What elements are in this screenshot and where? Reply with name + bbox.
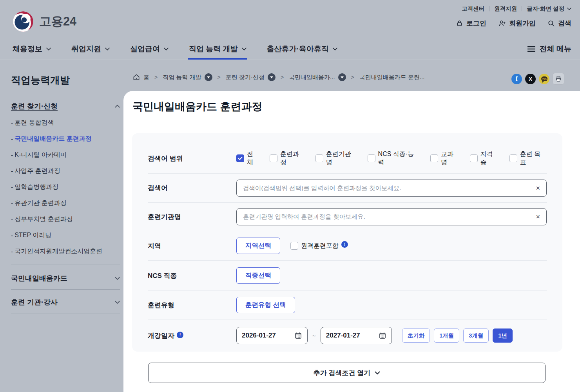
sidebar-section-training-search[interactable]: 훈련 찾기·신청 xyxy=(11,102,120,111)
checkbox-ncs[interactable]: NCS 직종·능력 xyxy=(368,150,420,167)
all-menu-button[interactable]: 전체 메뉴 xyxy=(527,38,571,60)
breadcrumb-dropdown-icon[interactable] xyxy=(338,73,346,81)
customer-center-link[interactable]: 고객센터 xyxy=(462,5,484,13)
sidebar-item-label: K-디지털 아카데미 xyxy=(14,151,66,159)
institution-input-wrap: × xyxy=(236,208,547,225)
date-reset-button[interactable]: 초기화 xyxy=(402,328,430,343)
login-label: 로그인 xyxy=(466,19,486,28)
date-to-input[interactable]: 2027-01-27 xyxy=(321,327,392,344)
breadcrumb-dropdown-icon[interactable] xyxy=(205,73,212,81)
kakaotalk-share-icon[interactable]: TALK xyxy=(539,74,549,84)
login-button[interactable]: 로그인 xyxy=(456,19,486,28)
sidebar-item-tomorrow-card-courses[interactable]: -국민내일배움카드 훈련과정 xyxy=(11,131,120,147)
search-button[interactable]: 검색 xyxy=(547,19,571,28)
ncs-label: NCS 직종 xyxy=(148,271,236,280)
breadcrumb-home-label: 홈 xyxy=(143,74,149,81)
breadcrumb-dropdown-icon[interactable] xyxy=(268,73,276,81)
training-type-select-button[interactable]: 훈련유형 선택 xyxy=(236,297,295,313)
date-1month-button[interactable]: 1개월 xyxy=(434,328,459,343)
sidebar-item-integrated-search[interactable]: -훈련 통합검색 xyxy=(11,115,120,131)
info-icon[interactable]: ! xyxy=(341,241,348,248)
checkbox-institution[interactable]: 훈련기관명 xyxy=(315,150,357,167)
region-label: 지역 xyxy=(148,241,236,250)
date-3month-button[interactable]: 3개월 xyxy=(463,328,489,343)
checkbox-label: 자격증 xyxy=(480,150,499,167)
calendar-icon[interactable] xyxy=(379,332,386,339)
breadcrumb-label: 국민내일배움카드 훈련... xyxy=(359,74,425,81)
x-share-icon[interactable]: X xyxy=(525,74,536,84)
breadcrumb-label: 국민내일배움카... xyxy=(289,74,335,81)
breadcrumb-item[interactable]: 훈련 찾기·신청 xyxy=(226,73,276,81)
checkbox-goal[interactable]: 훈련 목표 xyxy=(509,150,547,167)
checkbox-certificate[interactable]: 자격증 xyxy=(470,150,499,167)
checkbox-label: 훈련 목표 xyxy=(520,150,547,167)
dash: - xyxy=(11,184,13,191)
nav-label: 채용정보 xyxy=(13,44,42,54)
more-search-conditions-button[interactable]: 추가 검색조건 열기 xyxy=(148,363,546,383)
breadcrumb-separator: > xyxy=(281,74,284,80)
nav-item-parental-leave[interactable]: 출산휴가·육아휴직 xyxy=(267,38,337,60)
nav-item-employment-support[interactable]: 취업지원 xyxy=(71,38,110,60)
breadcrumb-item[interactable]: 국민내일배움카... xyxy=(289,73,346,81)
sidebar-item-nhrd-consortium[interactable]: -국가인적자원개발컨소시엄훈련 xyxy=(11,243,120,260)
dash: - xyxy=(11,152,13,159)
remote-support-link[interactable]: 원격지원 xyxy=(494,5,517,13)
date-from-value: 2026-01-27 xyxy=(242,332,276,339)
institution-input[interactable] xyxy=(243,213,531,220)
calendar-icon[interactable] xyxy=(294,332,302,339)
sidebar-item-label: 유관기관 훈련과정 xyxy=(14,199,66,207)
site-logo[interactable]: 고용24 xyxy=(13,11,76,32)
nav-item-unemployment-benefit[interactable]: 실업급여 xyxy=(130,38,169,60)
sidebar-section-tomorrow-card[interactable]: 국민내일배움카드 xyxy=(11,272,120,284)
printer-icon xyxy=(555,75,562,82)
sidebar-item-step-elearning[interactable]: -STEP 이러닝 xyxy=(11,227,120,243)
nav-item-recruit[interactable]: 채용정보 xyxy=(13,38,51,60)
clear-icon[interactable]: × xyxy=(536,185,540,192)
checkbox-icon xyxy=(315,154,323,162)
facebook-share-icon[interactable]: f xyxy=(511,74,522,84)
scope-label: 검색어 범위 xyxy=(148,154,236,163)
form-row-training-type: 훈련유형 훈련유형 선택 xyxy=(148,291,547,319)
keyword-input[interactable] xyxy=(243,185,531,192)
utility-bar: 고객센터 원격지원 글자·화면 설정 xyxy=(462,5,571,13)
sidebar-item-label: 국민내일배움카드 훈련과정 xyxy=(14,135,91,143)
clear-icon[interactable]: × xyxy=(536,213,540,220)
date-1year-button[interactable]: 1년 xyxy=(493,328,513,343)
sidebar-item-employer-courses[interactable]: -사업주 훈련과정 xyxy=(11,163,120,179)
nav-item-vocational-development[interactable]: 직업 능력 개발 xyxy=(189,38,246,60)
checkbox-course[interactable]: 훈련과정 xyxy=(270,150,305,167)
sidebar-item-gov-dept-courses[interactable]: -정부부처별 훈련과정 xyxy=(11,211,120,227)
checkbox-icon xyxy=(509,154,517,162)
remote-training-checkbox[interactable]: 원격훈련포함 ! xyxy=(290,242,348,250)
breadcrumb-item[interactable]: 직업 능력 개발 xyxy=(163,73,212,81)
ncs-select-button[interactable]: 직종선택 xyxy=(236,267,280,284)
checkbox-all[interactable]: 전체 xyxy=(236,150,259,167)
hamburger-icon xyxy=(527,46,535,52)
region-select-button[interactable]: 지역선택 xyxy=(236,238,280,254)
sidebar-item-related-org-courses[interactable]: -유관기관 훈련과정 xyxy=(11,195,120,211)
display-settings-link[interactable]: 글자·화면 설정 xyxy=(527,5,571,13)
sidebar-item-work-study[interactable]: -일학습병행과정 xyxy=(11,179,120,195)
form-row-scope: 검색어 범위 전체 훈련과정 훈련기관명 xyxy=(148,143,547,174)
form-row-ncs: NCS 직종 직종선택 xyxy=(148,261,547,291)
checkbox-label: 훈련기관명 xyxy=(326,150,357,167)
checkbox-icon xyxy=(290,242,298,250)
print-button[interactable] xyxy=(553,73,564,85)
breadcrumb-home[interactable]: 홈 xyxy=(132,73,149,81)
chevron-down-icon xyxy=(115,277,120,280)
dash: - xyxy=(11,200,13,207)
divider xyxy=(489,6,489,11)
chevron-down-icon xyxy=(105,47,110,51)
breadcrumb-item-current: 국민내일배움카드 훈련... xyxy=(359,74,425,81)
date-from-input[interactable]: 2026-01-27 xyxy=(236,327,308,344)
sidebar-item-k-digital[interactable]: -K-디지털 아카데미 xyxy=(11,147,120,163)
date-quick-buttons: 초기화 1개월 3개월 1년 xyxy=(402,328,513,343)
info-icon[interactable]: ! xyxy=(177,332,183,338)
start-date-label: 개강일자 ! xyxy=(148,331,236,340)
chevron-down-icon xyxy=(567,7,571,10)
checkbox-subject[interactable]: 교과명 xyxy=(430,150,460,167)
sidebar-section-training-org-instructor[interactable]: 훈련 기관·강사 xyxy=(11,296,120,308)
date-to-value: 2027-01-27 xyxy=(326,332,360,339)
signup-button[interactable]: 회원가입 xyxy=(498,19,536,28)
chevron-down-icon xyxy=(333,47,337,51)
